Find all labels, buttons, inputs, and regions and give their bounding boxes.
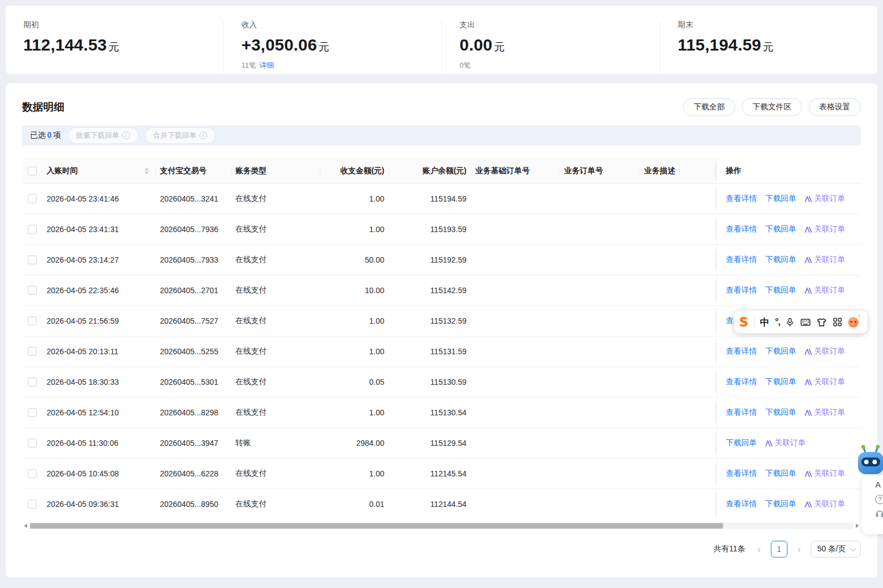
view-detail-link[interactable]: 查看详情 bbox=[726, 346, 757, 356]
related-order-link[interactable]: 关联订单 bbox=[805, 194, 845, 204]
related-order-link[interactable]: 关联订单 bbox=[765, 438, 806, 448]
view-detail-link[interactable]: 查看详情 bbox=[726, 469, 757, 479]
assistant-ai-label[interactable]: A bbox=[875, 480, 883, 490]
headset-icon[interactable] bbox=[875, 509, 883, 520]
toolbox-grid-icon[interactable] bbox=[832, 317, 842, 327]
next-page-icon[interactable]: › bbox=[795, 544, 803, 554]
related-order-link[interactable]: 关联订单 bbox=[805, 408, 845, 418]
cell-account-type: 在线支付 bbox=[231, 489, 320, 519]
row-checkbox[interactable] bbox=[28, 255, 37, 264]
cell-actions: 查看详情下载回单关联订单 bbox=[716, 245, 861, 275]
cell-order bbox=[560, 275, 640, 305]
cell-time: 2026-04-05 10:45:08 bbox=[42, 459, 155, 489]
cell-amount: 1.00 bbox=[320, 336, 389, 366]
download-receipt-link[interactable]: 下载回单 bbox=[765, 377, 796, 387]
batch-download-button[interactable]: 批量下载回单i bbox=[68, 127, 138, 144]
row-checkbox[interactable] bbox=[28, 347, 37, 356]
cell-txn-id: 20260405...7527 bbox=[155, 306, 231, 336]
related-order-link[interactable]: 关联订单 bbox=[805, 224, 845, 234]
download-receipt-link[interactable]: 下载回单 bbox=[726, 438, 757, 448]
cell-base-order bbox=[471, 459, 560, 489]
cell-base-order bbox=[471, 245, 560, 275]
cell-desc bbox=[640, 184, 716, 214]
punctuation-icon[interactable]: °, bbox=[775, 317, 780, 327]
cell-balance: 112145.54 bbox=[389, 459, 471, 489]
view-detail-link[interactable]: 查看详情 bbox=[726, 255, 757, 265]
row-checkbox[interactable] bbox=[28, 469, 37, 478]
row-checkbox[interactable] bbox=[28, 378, 37, 386]
sort-icon[interactable] bbox=[144, 168, 149, 174]
select-all-checkbox[interactable] bbox=[28, 167, 37, 175]
cell-balance: 115130.59 bbox=[389, 367, 471, 397]
scrollbar-thumb[interactable] bbox=[30, 523, 723, 529]
assistant-robot-icon[interactable] bbox=[857, 448, 883, 476]
related-order-link[interactable]: 关联订单 bbox=[805, 469, 845, 479]
related-order-link[interactable]: 关联订单 bbox=[805, 346, 845, 356]
view-detail-link[interactable]: 查看详情 bbox=[726, 377, 757, 387]
cell-time: 2026-04-05 20:13:11 bbox=[42, 336, 155, 366]
related-order-link[interactable]: 关联订单 bbox=[805, 377, 845, 387]
cell-order bbox=[560, 459, 640, 489]
chinese-mode-icon[interactable]: 中 bbox=[760, 316, 770, 329]
download-receipt-link[interactable]: 下载回单 bbox=[765, 408, 796, 418]
help-icon[interactable]: ? bbox=[875, 495, 883, 504]
download-filezone-button[interactable]: 下载文件区 bbox=[742, 98, 802, 116]
view-detail-link[interactable]: 查看详情 bbox=[726, 499, 757, 509]
download-receipt-link[interactable]: 下载回单 bbox=[765, 285, 796, 295]
keyboard-icon[interactable] bbox=[800, 317, 811, 328]
download-receipt-link[interactable]: 下载回单 bbox=[765, 194, 796, 204]
row-checkbox[interactable] bbox=[28, 194, 37, 203]
view-detail-link[interactable]: 查看详情 bbox=[726, 224, 757, 234]
scroll-right-arrow-icon[interactable] bbox=[854, 522, 861, 529]
header-order: 业务订单号 bbox=[560, 159, 640, 183]
related-order-link[interactable]: 关联订单 bbox=[805, 499, 845, 509]
microphone-icon[interactable] bbox=[785, 318, 795, 327]
merge-download-button[interactable]: 合并下载回单i bbox=[145, 127, 215, 144]
cell-order bbox=[560, 245, 640, 275]
row-checkbox[interactable] bbox=[28, 408, 37, 417]
summary-opening: 期初 112,144.53元 bbox=[6, 20, 223, 74]
cell-desc bbox=[640, 214, 716, 244]
download-receipt-link[interactable]: 下载回单 bbox=[765, 499, 796, 509]
scrollbar-track[interactable] bbox=[29, 522, 854, 529]
download-receipt-link[interactable]: 下载回单 bbox=[765, 469, 796, 479]
skin-tshirt-icon[interactable] bbox=[816, 317, 827, 328]
page-size-select[interactable]: 50 条/页 bbox=[811, 541, 861, 557]
row-checkbox[interactable] bbox=[28, 225, 37, 234]
download-receipt-link[interactable]: 下载回单 bbox=[765, 346, 796, 356]
row-checkbox-cell bbox=[22, 306, 42, 336]
row-checkbox[interactable] bbox=[28, 439, 37, 448]
scroll-left-arrow-icon[interactable] bbox=[22, 522, 29, 529]
row-checkbox[interactable] bbox=[28, 316, 37, 325]
selected-count: 0 bbox=[46, 130, 53, 139]
cell-amount: 1.00 bbox=[320, 214, 389, 244]
cell-order bbox=[560, 214, 640, 244]
view-detail-link[interactable]: 查看详情 bbox=[726, 194, 757, 204]
download-receipt-link[interactable]: 下载回单 bbox=[765, 224, 796, 234]
horizontal-scrollbar[interactable] bbox=[22, 522, 861, 529]
row-checkbox[interactable] bbox=[28, 286, 37, 295]
prev-page-icon[interactable]: ‹ bbox=[755, 544, 763, 554]
download-receipt-link[interactable]: 下载回单 bbox=[765, 255, 796, 265]
row-checkbox[interactable] bbox=[28, 500, 37, 509]
income-detail-link[interactable]: 详细 bbox=[259, 61, 274, 69]
table-row: 2026-04-05 11:30:0620260405...3947转账2984… bbox=[22, 428, 861, 458]
view-detail-link[interactable]: 查看详情 bbox=[726, 408, 757, 418]
table-settings-button[interactable]: 表格设置 bbox=[809, 98, 861, 116]
ime-assistant-face-icon[interactable] bbox=[848, 317, 859, 328]
related-order-link[interactable]: 关联订单 bbox=[805, 285, 845, 295]
cell-balance: 115129.54 bbox=[389, 428, 471, 458]
view-detail-link[interactable]: 查看详情 bbox=[726, 285, 757, 295]
page-number-button[interactable]: 1 bbox=[771, 541, 787, 557]
cell-account-type: 在线支付 bbox=[231, 184, 320, 214]
cell-desc bbox=[640, 428, 716, 458]
ai-related-icon bbox=[805, 227, 812, 233]
cell-account-type: 在线支付 bbox=[231, 398, 320, 428]
cell-txn-id: 20260405...6228 bbox=[155, 459, 231, 489]
download-all-button[interactable]: 下载全部 bbox=[683, 98, 735, 116]
related-order-link[interactable]: 关联订单 bbox=[805, 255, 845, 265]
sogou-logo-icon[interactable]: S bbox=[739, 316, 749, 329]
table-row: 2026-04-05 22:35:4620260405...2701在线支付10… bbox=[22, 275, 861, 305]
total-count-text: 共有11条 bbox=[714, 544, 745, 554]
cell-txn-id: 20260405...7933 bbox=[155, 245, 231, 275]
